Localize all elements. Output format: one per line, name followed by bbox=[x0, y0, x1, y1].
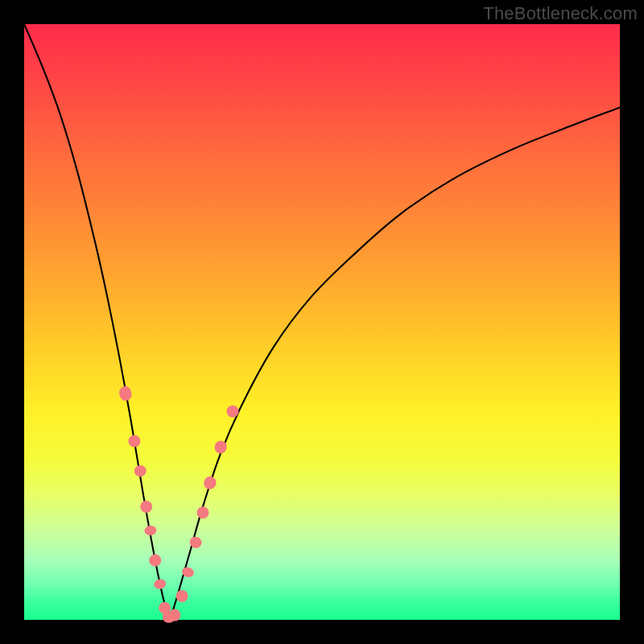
watermark-text: TheBottleneck.com bbox=[483, 3, 638, 24]
data-marker bbox=[149, 555, 161, 567]
data-marker bbox=[134, 464, 147, 477]
marker-group bbox=[118, 386, 239, 623]
curve-group bbox=[24, 24, 620, 620]
data-marker bbox=[176, 590, 188, 602]
curve-right-branch bbox=[170, 108, 620, 620]
data-marker bbox=[202, 475, 217, 491]
data-marker bbox=[128, 436, 140, 448]
data-marker bbox=[197, 506, 209, 518]
data-marker bbox=[169, 609, 180, 621]
data-marker bbox=[143, 525, 157, 536]
data-marker bbox=[227, 406, 239, 418]
chart-svg bbox=[24, 24, 620, 620]
plot-area bbox=[24, 24, 620, 620]
data-marker bbox=[140, 501, 152, 513]
data-marker bbox=[118, 386, 133, 402]
data-marker bbox=[153, 578, 167, 590]
chart-frame: TheBottleneck.com bbox=[0, 0, 644, 644]
